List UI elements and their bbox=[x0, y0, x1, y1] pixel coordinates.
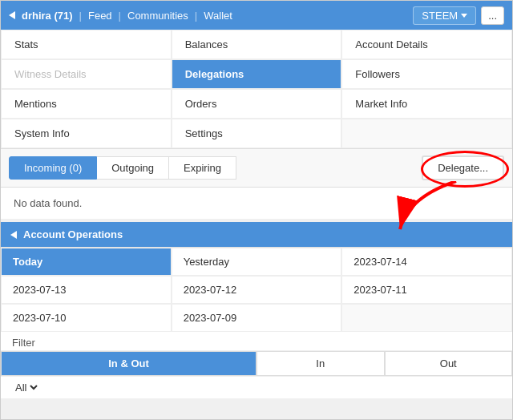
delegate-button[interactable]: Delegate... bbox=[422, 155, 504, 180]
menu-item-stats[interactable]: Stats bbox=[1, 30, 172, 59]
tab-expiring[interactable]: Expiring bbox=[169, 156, 236, 180]
menu-item-account-details[interactable]: Account Details bbox=[341, 30, 512, 59]
menu-item-followers[interactable]: Followers bbox=[341, 59, 512, 89]
menu-grid: StatsBalancesAccount DetailsWitness Deta… bbox=[1, 30, 512, 149]
date-cell-empty bbox=[341, 304, 512, 332]
tab-incoming-0[interactable]: Incoming (0) bbox=[9, 156, 97, 180]
menu-item-delegations[interactable]: Delegations bbox=[172, 59, 342, 89]
menu-item-mentions[interactable]: Mentions bbox=[1, 89, 172, 119]
tab-outgoing[interactable]: Outgoing bbox=[97, 156, 169, 180]
date-cell-2023-07-09[interactable]: 2023-07-09 bbox=[172, 304, 342, 332]
nav-sep2: | bbox=[119, 10, 121, 22]
section-triangle-icon bbox=[10, 231, 17, 239]
date-cell-2023-07-13[interactable]: 2023-07-13 bbox=[1, 276, 172, 304]
menu-item-system-info[interactable]: System Info bbox=[1, 119, 172, 148]
filter-tab-in[interactable]: In bbox=[256, 351, 385, 376]
account-ops-header: Account Operations bbox=[1, 222, 512, 247]
date-cell-2023-07-10[interactable]: 2023-07-10 bbox=[1, 304, 172, 332]
nav-triangle-icon bbox=[9, 11, 15, 19]
tab-bar: Incoming (0)OutgoingExpiringDelegate... bbox=[1, 149, 512, 188]
date-cell-Yesterday[interactable]: Yesterday bbox=[172, 248, 342, 276]
all-select[interactable]: All bbox=[12, 381, 40, 394]
filter-tab-out[interactable]: Out bbox=[385, 351, 513, 376]
menu-item-market-info[interactable]: Market Info bbox=[341, 89, 512, 119]
nav-left: drhira (71) | Feed | Communities | Walle… bbox=[9, 10, 413, 22]
more-button[interactable]: ... bbox=[481, 6, 504, 25]
date-grid: TodayYesterday2023-07-142023-07-132023-0… bbox=[1, 247, 512, 332]
date-cell-2023-07-14[interactable]: 2023-07-14 bbox=[341, 248, 512, 276]
nav-sep1: | bbox=[79, 10, 82, 22]
menu-item-balances[interactable]: Balances bbox=[172, 30, 342, 59]
filter-tab-in-and-out[interactable]: In & Out bbox=[1, 351, 256, 376]
menu-item-orders[interactable]: Orders bbox=[172, 89, 342, 119]
nav-right: STEEM ... bbox=[413, 6, 504, 25]
date-cell-2023-07-12[interactable]: 2023-07-12 bbox=[172, 276, 342, 304]
nav-communities[interactable]: Communities bbox=[127, 10, 188, 22]
date-cell-2023-07-11[interactable]: 2023-07-11 bbox=[341, 276, 512, 304]
date-cell-Today[interactable]: Today bbox=[1, 248, 172, 276]
filter-label: Filter bbox=[1, 332, 512, 350]
filter-bar: In & OutInOut bbox=[1, 350, 512, 376]
menu-item-witness-details: Witness Details bbox=[1, 59, 172, 89]
top-nav: drhira (71) | Feed | Communities | Walle… bbox=[1, 1, 512, 30]
no-data-text: No data found. bbox=[1, 188, 512, 219]
menu-item- bbox=[341, 119, 512, 148]
steem-dropdown-icon bbox=[461, 14, 467, 18]
nav-wallet[interactable]: Wallet bbox=[204, 10, 232, 22]
menu-item-settings[interactable]: Settings bbox=[172, 119, 342, 148]
nav-feed[interactable]: Feed bbox=[88, 10, 112, 22]
nav-username[interactable]: drhira (71) bbox=[22, 10, 73, 22]
steem-button[interactable]: STEEM bbox=[413, 6, 476, 25]
tab-section: Incoming (0)OutgoingExpiringDelegate... bbox=[1, 149, 512, 188]
all-select-row: All bbox=[1, 376, 512, 398]
nav-sep3: | bbox=[195, 10, 197, 22]
steem-label: STEEM bbox=[422, 10, 458, 22]
account-ops-label: Account Operations bbox=[23, 228, 123, 240]
